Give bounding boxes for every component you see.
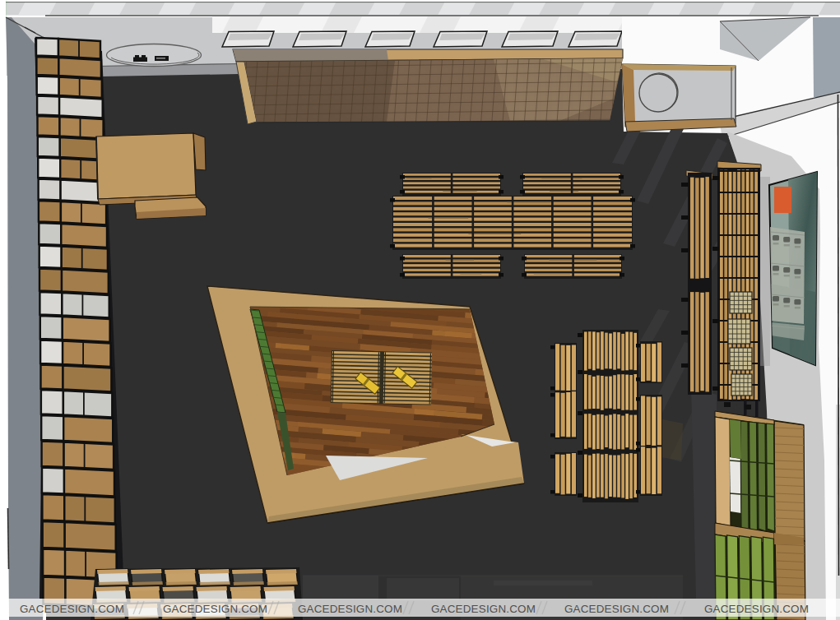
svg-text:GACEDESIGN.COM: GACEDESIGN.COM	[20, 603, 124, 615]
svg-text:GACEDESIGN.COM: GACEDESIGN.COM	[163, 603, 267, 615]
svg-text:GACEDESIGN.COM: GACEDESIGN.COM	[298, 603, 402, 615]
svg-text:GACEDESIGN.COM: GACEDESIGN.COM	[564, 603, 669, 615]
svg-text:GACEDESIGN.COM: GACEDESIGN.COM	[431, 603, 536, 615]
svg-text:GACEDESIGN.COM: GACEDESIGN.COM	[704, 603, 809, 615]
